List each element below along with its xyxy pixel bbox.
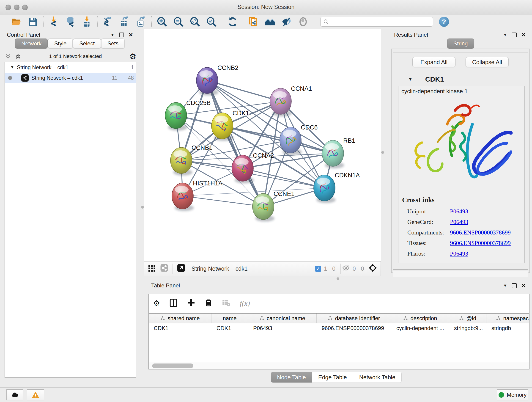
column-header-shared-name[interactable]: shared name	[149, 313, 211, 323]
home-icon[interactable]	[265, 17, 275, 27]
table-hscrollbar-track[interactable]	[149, 363, 529, 369]
delete-column-trash-icon[interactable]	[204, 299, 213, 308]
network-node-RB1[interactable]: RB1	[322, 137, 355, 168]
panel-float-icon[interactable]: ▼	[503, 283, 507, 288]
help-button[interactable]: ?	[439, 17, 449, 27]
network-label: String Network – cdk1	[32, 75, 109, 81]
network-graph[interactable]: CCNB2CCNA1CDC25BCDK1CDC6RB1CCNB1CCNA2CDK…	[144, 29, 381, 261]
network-tree: ▼ String Network – cdk1 1 String Network…	[5, 62, 136, 378]
table-cell[interactable]: 9606.ENSP00000378699	[317, 323, 391, 333]
export-table-icon[interactable]	[119, 17, 130, 27]
create-column-icon[interactable]	[187, 299, 195, 308]
tab-node-table[interactable]: Node Table	[271, 372, 312, 383]
string-app-icon[interactable]	[248, 17, 259, 27]
panel-close-icon[interactable]: ✕	[521, 32, 526, 38]
results-scrollbar-track[interactable]	[393, 271, 528, 277]
network-view-toolbar: String Network – cdk1 ✓ 1 - 0 0 - 0	[144, 261, 381, 276]
network-collection-row[interactable]: ▼ String Network – cdk1 1	[5, 62, 136, 73]
refresh-icon[interactable]	[227, 17, 238, 27]
panel-maximize-icon[interactable]	[512, 32, 517, 37]
column-header-description[interactable]: description	[391, 313, 449, 323]
column-header-canonical-name[interactable]: canonical name	[248, 313, 317, 323]
collapse-all-icon[interactable]	[5, 53, 12, 60]
toolbar-search[interactable]	[320, 17, 433, 27]
results-panel-title: Results Panel	[394, 32, 428, 38]
share-view-icon[interactable]	[160, 264, 168, 274]
crosslink-link[interactable]: P06493	[450, 219, 468, 225]
crosslink-link[interactable]: P06493	[450, 250, 468, 257]
memory-button[interactable]: Memory	[497, 389, 528, 400]
collapse-all-button[interactable]: Collapse All	[466, 57, 509, 67]
network-node-CCNB2[interactable]: CCNB2	[196, 64, 239, 96]
table-cell[interactable]: CDK1	[211, 323, 248, 333]
tab-network[interactable]: Network	[15, 38, 48, 49]
table-cell[interactable]: P06493	[248, 323, 317, 333]
table-hscrollbar-thumb[interactable]	[152, 364, 193, 368]
panel-close-icon[interactable]: ✕	[128, 32, 133, 38]
zoom-in-icon[interactable]	[157, 17, 167, 27]
horizontal-splitter-handle[interactable]	[336, 277, 339, 280]
tab-edge-table[interactable]: Edge Table	[312, 372, 353, 383]
show-eye-icon[interactable]	[298, 17, 308, 27]
tab-network-table[interactable]: Network Table	[353, 372, 402, 383]
crosslinks-title: CrossLinks	[402, 196, 434, 204]
panel-maximize-icon[interactable]	[512, 283, 517, 288]
vertical-splitter-handle[interactable]	[141, 206, 144, 209]
column-header-@id[interactable]: @id	[449, 313, 486, 323]
save-session-icon[interactable]	[27, 17, 38, 27]
table-row[interactable]: CDK1CDK1P064939606.ENSP00000378699cyclin…	[149, 323, 529, 333]
import-network-icon[interactable]	[49, 17, 59, 27]
export-network-icon[interactable]	[103, 17, 113, 27]
network-node-CDKN1A[interactable]: CDKN1A	[314, 172, 360, 203]
network-node-CCNB1[interactable]: CCNB1	[171, 144, 213, 176]
zoom-fit-icon[interactable]	[190, 17, 200, 27]
warnings-button[interactable]	[27, 389, 44, 400]
network-options-gear-icon[interactable]: ⚙	[129, 52, 136, 60]
crosslink-link[interactable]: 9606.ENSP00000378699	[450, 229, 511, 236]
collection-expand-icon[interactable]: ▼	[10, 65, 14, 70]
table-cell[interactable]: stringdb	[486, 323, 529, 333]
panel-close-icon[interactable]: ✕	[521, 282, 526, 289]
cloud-button[interactable]	[6, 389, 23, 400]
column-header-name[interactable]: name	[211, 313, 248, 323]
crosslink-link[interactable]: 9606.ENSP00000378699	[450, 240, 511, 247]
gene-section-header[interactable]: ▼ CDK1	[393, 74, 528, 85]
tab-sets[interactable]: Sets	[101, 38, 125, 49]
panel-float-icon[interactable]: ▼	[110, 32, 114, 37]
network-node-CCNE1[interactable]: CCNE1	[253, 191, 295, 222]
tab-select[interactable]: Select	[73, 38, 101, 49]
search-input[interactable]	[331, 19, 430, 25]
panel-float-icon[interactable]: ▼	[503, 32, 507, 37]
tab-string[interactable]: String	[447, 38, 474, 49]
section-collapse-icon[interactable]: ▼	[408, 77, 412, 82]
import-network-from-database-icon[interactable]	[65, 17, 76, 27]
export-image-icon[interactable]	[136, 17, 146, 27]
expand-all-icon[interactable]	[15, 53, 22, 60]
network-node-CDK1[interactable]: CDK1	[211, 110, 249, 141]
network-node-CDC25B[interactable]: CDC25B	[165, 99, 211, 131]
open-session-icon[interactable]	[11, 17, 22, 27]
network-view-canvas[interactable]: CCNB2CCNA1CDC25BCDK1CDC6RB1CCNB1CCNA2CDK…	[144, 29, 381, 261]
table-cell[interactable]: CDK1	[149, 323, 211, 333]
import-table-icon[interactable]	[82, 17, 92, 27]
crosslink-link[interactable]: P06493	[450, 208, 468, 215]
network-node-HIST1H1A[interactable]: HIST1H1A	[172, 180, 222, 211]
vertical-splitter-handle-right[interactable]	[381, 151, 384, 154]
expand-all-button[interactable]: Expand All	[412, 57, 456, 67]
network-node-CDC6[interactable]: CDC6	[280, 124, 318, 155]
panel-maximize-icon[interactable]	[119, 32, 124, 37]
column-header-namespace[interactable]: namespace	[486, 313, 529, 323]
table-options-gear-icon[interactable]: ⚙	[153, 299, 160, 307]
birdseye-grid-icon[interactable]	[148, 264, 156, 274]
column-header-database-identifier[interactable]: database identifier	[317, 313, 391, 323]
show-columns-icon[interactable]	[169, 298, 178, 308]
network-row[interactable]: String Network – cdk1 11 48	[5, 73, 136, 83]
table-cell[interactable]: stringdb:9...	[449, 323, 486, 333]
zoom-out-icon[interactable]	[173, 17, 184, 27]
tab-style[interactable]: Style	[48, 38, 73, 49]
table-cell[interactable]: cyclin-dependent ...	[391, 323, 449, 333]
hide-results-eye-icon[interactable]	[281, 17, 292, 27]
zoom-selected-icon[interactable]	[206, 17, 217, 27]
open-in-window-icon[interactable]	[177, 264, 186, 274]
fit-content-target-icon[interactable]	[368, 263, 377, 274]
